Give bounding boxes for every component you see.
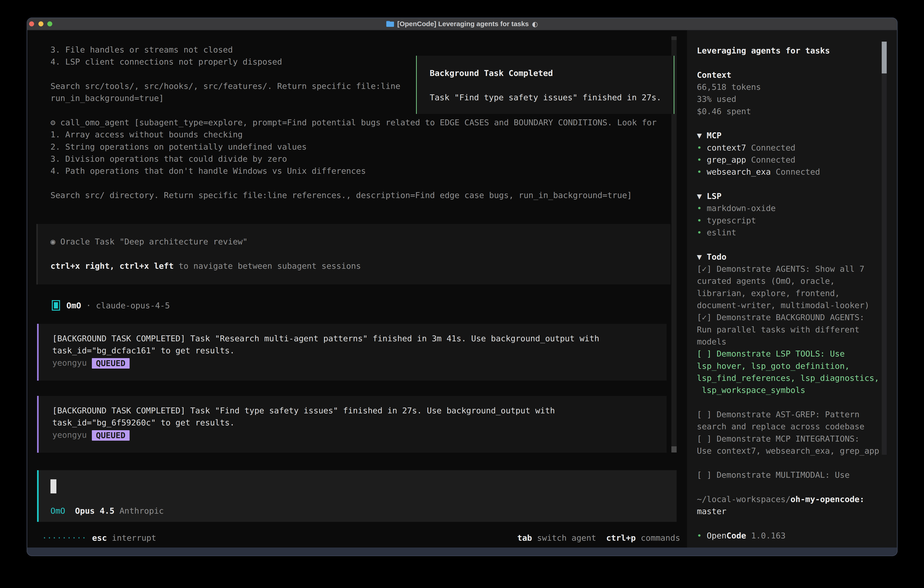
text-line: [697, 517, 879, 530]
text-line: [ ] Demonstrate MCP INTEGRATIONS:: [697, 433, 879, 445]
text-line: models: [697, 335, 879, 348]
text-line: Search src/ directory. Return specific f…: [51, 189, 657, 201]
message-line: [BACKGROUND TASK COMPLETED] Task "Find t…: [52, 405, 667, 416]
agent-header: OmO · claude-opus-4-5: [52, 300, 170, 311]
text-line: 3. Division operations that could divide…: [51, 153, 657, 165]
window-title: [OpenCode] Leveraging agents for tasks◐: [26, 18, 898, 30]
notification-body: Task "Find type safety issues" finished …: [430, 91, 674, 104]
message-line: task_id="bg_6f59260c" to get results.: [52, 416, 667, 429]
omo-agent-icon: [52, 300, 60, 311]
text-line: search and replace across codebase: [697, 420, 879, 433]
sidebar-content: Leveraging agents for tasksContext66,518…: [697, 45, 879, 542]
text-line: • markdown-oxide: [697, 202, 879, 214]
text-line: ⚙ call_omo_agent [subagent_type=explore,…: [51, 116, 657, 129]
text-line: [697, 178, 879, 190]
text-line: • eslint: [697, 226, 879, 238]
message-line: [BACKGROUND TASK COMPLETED] Task "Resear…: [52, 332, 667, 345]
text-line: • context7 Connected: [697, 142, 879, 154]
status-badge: QUEUED: [92, 358, 130, 368]
esc-key: esc: [92, 533, 107, 543]
message-line: task_id="bg_dcfac161" to get results.: [52, 345, 667, 357]
folder-icon: [386, 21, 394, 27]
text-line: 33% used: [697, 93, 879, 105]
text-line: librarian, explore, frontend,: [697, 287, 879, 299]
notification-title: Background Task Completed: [430, 67, 674, 79]
notification-background-task: Background Task CompletedTask "Find type…: [416, 56, 674, 114]
agent-separator: ·: [81, 301, 96, 310]
text-line: [ ] Demonstrate MULTIMODAL: Use: [697, 469, 879, 481]
sidebar-scrollbar-thumb[interactable]: [882, 41, 887, 73]
window-titlebar[interactable]: [OpenCode] Leveraging agents for tasks◐: [26, 18, 898, 30]
sidebar-scrollbar[interactable]: [882, 41, 887, 455]
background-task-message: [BACKGROUND TASK COMPLETED] Task "Resear…: [37, 324, 667, 381]
text-line: ▼ MCP: [697, 129, 879, 141]
oracle-task-panel[interactable]: ◉ Oracle Task "Deep architecture review"…: [36, 224, 670, 284]
text-line: [697, 57, 879, 69]
esc-label: interrupt: [112, 533, 156, 543]
text-line: 1. Array access without bounds checking: [51, 129, 657, 140]
text-line: curated agents (OmO, oracle,: [697, 275, 879, 287]
agent-model: claude-opus-4-5: [96, 301, 170, 310]
status-left: ·········escinterrupt: [42, 532, 156, 544]
text-line: master: [697, 505, 879, 517]
prompt-input[interactable]: OmOOpus 4.5Anthropic: [37, 470, 676, 522]
tab-key: tab: [517, 533, 532, 543]
text-line: [697, 457, 879, 469]
ctrlp-key: ctrl+p: [606, 533, 636, 543]
text-line: Run parallel tasks with different: [697, 324, 879, 335]
desktop: 3. File handles or streams not closed4. …: [0, 0, 924, 588]
main-scrollbar-thumb[interactable]: [672, 446, 676, 453]
spinner-dots: ·········: [42, 533, 86, 543]
message-author: yeongyu: [52, 430, 87, 439]
input-agent: OmO: [51, 506, 65, 515]
text-line: 4. Path operations that don't handle Win…: [51, 165, 657, 177]
half-circle-icon: ◐: [532, 20, 538, 28]
main-scrollbar-thumb-top[interactable]: [672, 36, 676, 40]
text-line: [51, 177, 657, 189]
ctrlp-label: commands: [641, 533, 680, 543]
text-line: ▼ LSP: [697, 190, 879, 202]
text-line: [✓] Demonstrate AGENTS: Show all 7: [697, 263, 879, 275]
text-line: [✓] Demonstrate BACKGROUND AGENTS:: [697, 311, 879, 323]
text-line: Context: [697, 69, 879, 81]
text-line: 2. String operations on potentially unde…: [51, 141, 657, 153]
text-line: ◉ Oracle Task "Deep architecture review": [51, 236, 670, 248]
text-line: Use context7, websearch_exa, grep_app: [697, 445, 879, 457]
text-line: [697, 481, 879, 493]
window-bottom-bar: [26, 548, 898, 556]
text-line: [697, 117, 879, 129]
status-right: tabswitch agentctrl+pcommands: [517, 532, 680, 544]
text-line: [697, 238, 879, 251]
text-line: [51, 248, 670, 260]
status-badge: QUEUED: [92, 430, 130, 441]
text-line: • grep_app Connected: [697, 154, 879, 166]
message-author: yeongyu: [52, 358, 87, 367]
text-line: [ ] Demonstrate AST-GREP: Pattern: [697, 408, 879, 420]
text-line: ~/local-workspaces/oh-my-opencode:: [697, 493, 879, 505]
text-cursor: [51, 479, 56, 494]
text-line: 66,518 tokens: [697, 81, 879, 93]
text-line: document-writer, multimodal-looker): [697, 299, 879, 311]
window-title-text: [OpenCode] Leveraging agents for tasks: [397, 20, 529, 28]
text-line: $0.46 spent: [697, 105, 879, 117]
text-line: ▼ Todo: [697, 251, 879, 263]
terminal-window: 3. File handles or streams not closed4. …: [26, 18, 898, 556]
text-line: ctrl+x right, ctrl+x left to navigate be…: [51, 260, 670, 272]
text-line: lsp_find_references, lsp_diagnostics,: [697, 372, 879, 384]
tab-label: switch agent: [537, 533, 596, 543]
text-line: • websearch_exa Connected: [697, 166, 879, 178]
text-line: [ ] Demonstrate LSP TOOLS: Use: [697, 348, 879, 360]
input-model: Opus 4.5: [75, 506, 114, 515]
text-line: 3. File handles or streams not closed: [51, 44, 657, 56]
text-line: lsp_hover, lsp_goto_definition,: [697, 360, 879, 372]
text-line: lsp_workspace_symbols: [697, 384, 879, 396]
background-task-message: [BACKGROUND TASK COMPLETED] Task "Find t…: [37, 396, 667, 453]
text-line: • typescript: [697, 215, 879, 226]
input-provider: Anthropic: [119, 506, 164, 515]
text-line: • OpenCode 1.0.163: [697, 530, 879, 542]
input-modeline: OmOOpus 4.5Anthropic: [51, 505, 164, 517]
text-line: Leveraging agents for tasks: [697, 45, 879, 57]
agent-name: OmO: [66, 301, 81, 310]
text-line: [697, 396, 879, 408]
